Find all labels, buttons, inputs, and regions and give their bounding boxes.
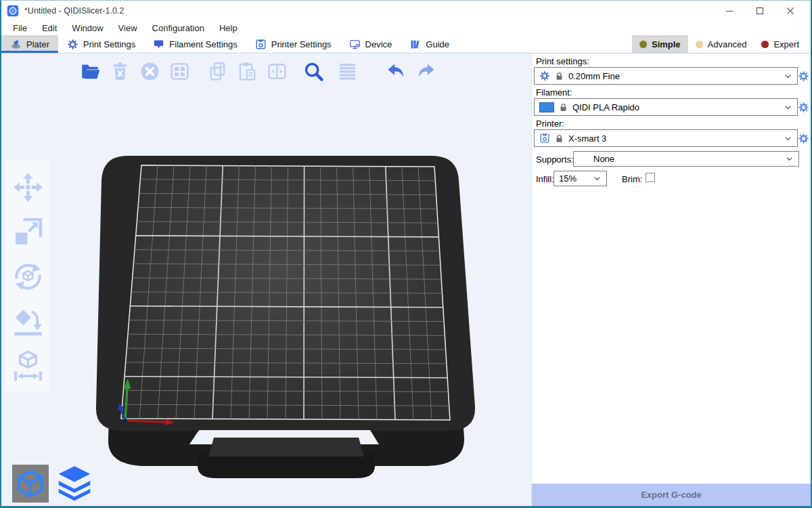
filament-value: QIDI PLA Rapido	[572, 102, 639, 112]
place-on-face-icon	[12, 305, 45, 338]
filament-label: Filament:	[536, 87, 572, 98]
print-settings-value: 0.20mm Fine	[568, 71, 620, 81]
titlebar: *Untitled - QIDISlicer-1.0.2	[1, 1, 811, 20]
simple-dot-icon	[639, 41, 647, 48]
rotate-icon	[12, 260, 45, 293]
brim-checkbox[interactable]	[646, 173, 655, 182]
supports-select[interactable]: None	[573, 151, 799, 167]
filament-select[interactable]: QIDI PLA Rapido	[534, 98, 798, 116]
print-bed	[69, 148, 489, 490]
device-icon	[349, 39, 361, 50]
delete-all-button[interactable]	[137, 58, 162, 84]
redo-icon	[415, 61, 436, 82]
tab-label: Print Settings	[83, 39, 135, 49]
edit-print-settings-button[interactable]	[798, 70, 809, 82]
supports-label: Supports:	[536, 154, 574, 165]
scale-icon	[12, 215, 45, 249]
printer-value: X-smart 3	[568, 133, 606, 144]
menu-item-help[interactable]: Help	[212, 23, 245, 33]
chevron-down-icon	[593, 174, 602, 183]
menu-item-edit[interactable]: Edit	[35, 23, 64, 33]
arrange-button[interactable]	[166, 58, 192, 84]
undo-button[interactable]	[383, 58, 409, 84]
search-button[interactable]	[300, 58, 326, 84]
tab-guide[interactable]: Guide	[401, 35, 458, 53]
infill-select[interactable]: 15%	[554, 171, 607, 186]
redo-button[interactable]	[413, 58, 438, 84]
viewport-3d[interactable]	[1, 54, 532, 506]
filament-color-swatch	[539, 102, 554, 112]
copy-icon	[207, 61, 228, 82]
tabbar: Plater Print Settings Filament Settings …	[1, 35, 811, 54]
rotate-button[interactable]	[10, 259, 45, 294]
gizmo-toolbar	[5, 160, 50, 391]
copy-button[interactable]	[204, 58, 230, 84]
gear-icon	[539, 70, 550, 81]
undo-icon	[386, 61, 407, 82]
scale-button[interactable]	[10, 214, 45, 249]
variable-layer-height-button[interactable]	[334, 58, 360, 84]
mode-expert[interactable]: Expert	[754, 35, 807, 53]
tab-label: Device	[365, 39, 392, 49]
preview-view-button[interactable]	[55, 461, 94, 503]
open-folder-icon	[80, 61, 101, 82]
mode-switcher: Simple Advanced Expert	[632, 35, 811, 53]
measure-button[interactable]	[10, 348, 45, 383]
menu-item-window[interactable]: Window	[64, 23, 110, 33]
move-button[interactable]	[10, 169, 45, 205]
delete-button[interactable]	[107, 58, 133, 84]
handle-bar	[208, 438, 364, 457]
tab-label: Filament Settings	[169, 39, 237, 49]
place-on-face-button[interactable]	[10, 303, 45, 339]
print-settings-select[interactable]: 0.20mm Fine	[534, 67, 798, 85]
handle-tongue	[198, 454, 375, 478]
export-gcode-button[interactable]: Export G-code	[532, 484, 811, 506]
print-settings-label: Print settings:	[536, 56, 589, 66]
close-button[interactable]	[775, 2, 805, 20]
trash-icon	[110, 61, 131, 82]
paste-button[interactable]	[234, 58, 260, 84]
brim-label: Brim:	[622, 174, 642, 184]
tab-print-settings[interactable]: Print Settings	[58, 35, 144, 53]
infill-value: 15%	[559, 173, 577, 184]
mode-advanced[interactable]: Advanced	[688, 35, 754, 53]
mode-label: Expert	[773, 39, 799, 49]
paste-icon	[237, 61, 258, 82]
tab-plater[interactable]: Plater	[1, 35, 58, 53]
lock-icon	[555, 72, 564, 81]
menu-item-file[interactable]: File	[5, 23, 35, 33]
open-button[interactable]	[77, 58, 103, 84]
edit-filament-button[interactable]	[798, 102, 809, 113]
chevron-down-icon	[784, 72, 792, 81]
menubar: File Edit Window View Configuration Help	[1, 20, 811, 35]
split-icon	[267, 61, 288, 82]
tab-printer-settings[interactable]: Printer Settings	[246, 35, 340, 53]
layer-lines-icon	[337, 61, 358, 82]
split-button[interactable]	[264, 58, 290, 84]
printer-icon	[539, 133, 550, 144]
chevron-down-icon	[784, 134, 792, 143]
tab-label: Printer Settings	[271, 39, 332, 49]
printer-label: Printer:	[536, 119, 564, 129]
cube-icon	[15, 468, 46, 499]
tab-filament-settings[interactable]: Filament Settings	[144, 35, 246, 53]
editor-view-button[interactable]	[12, 465, 49, 503]
mode-simple[interactable]: Simple	[632, 35, 688, 53]
printer-select[interactable]: X-smart 3	[534, 129, 798, 147]
app-window: *Untitled - QIDISlicer-1.0.2 File Edit W…	[0, 0, 812, 508]
edit-printer-button[interactable]	[798, 133, 809, 144]
plater-toolbar	[77, 58, 443, 84]
maximize-button[interactable]	[744, 2, 775, 20]
guide-icon	[409, 39, 421, 50]
chevron-down-icon	[784, 103, 792, 112]
tab-device[interactable]: Device	[340, 35, 401, 53]
supports-value: None	[579, 154, 614, 164]
minimize-button[interactable]	[714, 2, 744, 20]
menu-item-configuration[interactable]: Configuration	[145, 23, 212, 33]
filament-icon	[153, 39, 164, 50]
expert-dot-icon	[761, 41, 769, 48]
menu-item-view[interactable]: View	[111, 23, 145, 33]
gear-icon	[67, 39, 78, 50]
measure-icon	[12, 350, 45, 383]
plater-icon	[10, 39, 22, 50]
